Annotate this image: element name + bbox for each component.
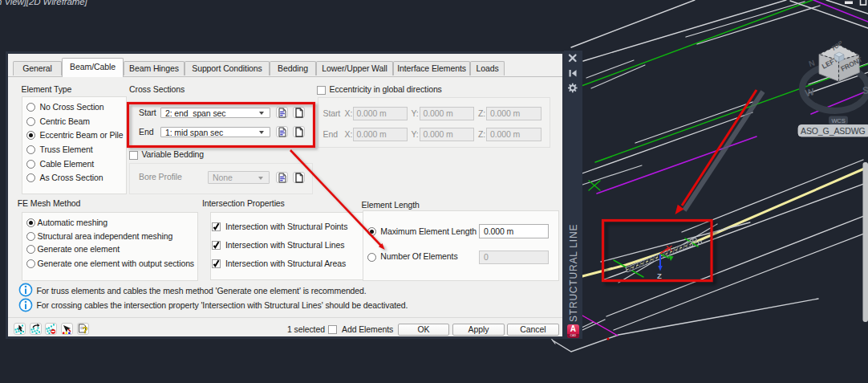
svg-text:ASO_G_ASDWG: ASO_G_ASDWG bbox=[801, 126, 866, 136]
svg-text:Z: Z bbox=[657, 271, 662, 280]
svg-text:n View][2D Wireframe]: n View][2D Wireframe] bbox=[0, 0, 88, 6]
svg-text:WCS: WCS bbox=[831, 117, 845, 124]
svg-text:S: S bbox=[862, 85, 868, 96]
svg-text:STRUCTURAL LINE: STRUCTURAL LINE bbox=[568, 224, 579, 322]
svg-text:N: N bbox=[808, 59, 816, 69]
svg-text:?: ? bbox=[83, 325, 88, 335]
svg-text:W: W bbox=[804, 86, 816, 99]
